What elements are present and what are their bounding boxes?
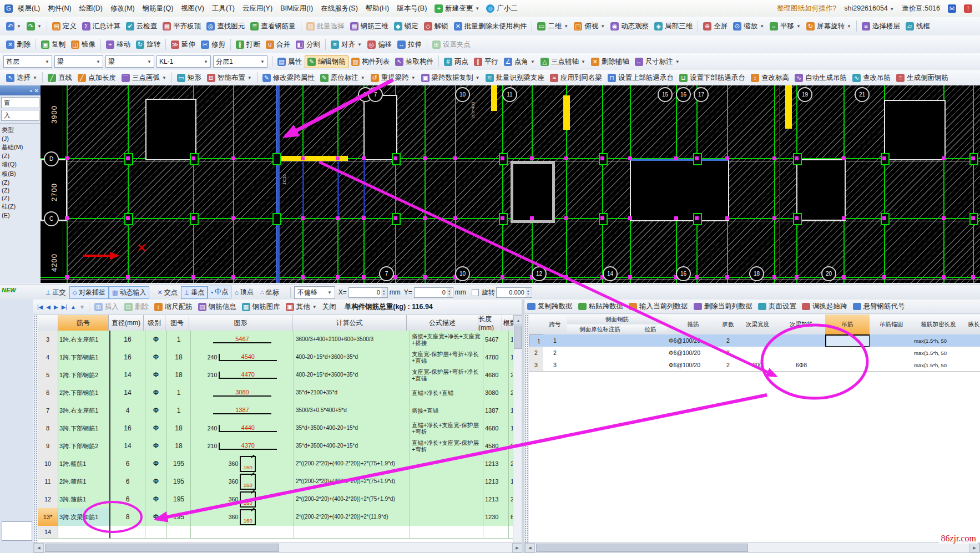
rebar-name[interactable]: 1跨.箍筋1 xyxy=(58,455,110,473)
parallel-button[interactable]: ∥平行 xyxy=(471,55,501,68)
calc-formula[interactable]: 35*d+3500+400-20+15*d xyxy=(294,419,410,438)
input-column-button[interactable]: 输入当前列数据 xyxy=(626,300,691,313)
column-header-4[interactable]: 图号 xyxy=(165,315,189,331)
category-select[interactable]: 梁▼ xyxy=(54,55,103,68)
table-row-6[interactable]: 62跨.下部钢筋114Φ1308035*d+2100+35*d直锚+净长+直锚3… xyxy=(38,384,522,402)
corner-header[interactable] xyxy=(529,314,544,335)
rebar-name[interactable] xyxy=(58,526,110,539)
shape-diagram[interactable]: 360160 xyxy=(191,508,294,526)
page-setup-button[interactable]: 页面设置 xyxy=(755,300,799,313)
shape-diagram[interactable]: 1387 xyxy=(191,402,294,420)
header-stirrup[interactable]: 箍筋 xyxy=(668,314,719,335)
diameter[interactable]: 14 xyxy=(110,366,145,384)
table-row-13*[interactable]: 13*3跨.次梁加筋18Φ1953601602*((200-2*20)+(400… xyxy=(38,508,522,526)
spinner-icon[interactable]: ▲▼ xyxy=(381,288,387,297)
layer-select[interactable]: 分层1▼ xyxy=(213,55,267,68)
diameter[interactable] xyxy=(110,526,145,539)
cell-width[interactable] xyxy=(737,347,778,359)
cell-legs[interactable]: 2 xyxy=(719,347,738,359)
rebar-name[interactable]: 3跨.箍筋1 xyxy=(58,490,110,509)
grip-button[interactable]: ⊞设置夹点 xyxy=(430,38,473,51)
sidebar-button-1[interactable]: 入 xyxy=(1,110,39,121)
scroll-left-icon[interactable]: ◀ xyxy=(525,543,535,552)
sidebar-item-3[interactable]: (Z) xyxy=(0,152,41,160)
figure-number[interactable]: 195 xyxy=(167,473,191,491)
sidebar-item-2[interactable]: 基础(M) xyxy=(0,143,41,152)
rebar-name[interactable]: 1跨.下部钢筋1 xyxy=(58,348,110,367)
cell-diaojin[interactable] xyxy=(825,334,870,347)
grade-symbol[interactable]: Φ xyxy=(145,384,167,402)
cell-extra[interactable]: 6Φ8 xyxy=(777,359,826,372)
diameter[interactable]: 4 xyxy=(110,402,145,420)
move-button[interactable]: +移动 xyxy=(103,38,133,51)
two-point-button[interactable]: #两点 xyxy=(441,55,471,68)
column-header-6[interactable]: 计算公式 xyxy=(292,315,407,331)
coord-toggle[interactable]: ∴坐标 xyxy=(257,286,282,299)
swap-span-button[interactable]: 调换起始跨 xyxy=(799,300,850,313)
rebar-info-button[interactable]: ▤钢筋信息 xyxy=(195,301,239,313)
sidebar-input-box[interactable] xyxy=(2,521,32,541)
menu-0[interactable]: 楼层(L) xyxy=(14,2,44,14)
rotate-button[interactable]: ↻旋转 xyxy=(133,38,163,51)
header-diaojin[interactable]: 吊筋 xyxy=(825,314,870,335)
sidebar-item-6[interactable]: (Z) xyxy=(0,179,41,186)
edit-rebar-button[interactable]: ✎编辑钢筋 xyxy=(305,55,348,68)
offset-dropdown[interactable]: 不偏移▼ xyxy=(294,286,335,299)
length-value[interactable]: 1213 xyxy=(483,455,509,473)
figure-number[interactable]: 1 xyxy=(167,331,191,349)
rebar-name[interactable]: 3跨.下部钢筋2 xyxy=(58,437,110,455)
column-header-2[interactable]: 直径(mm) xyxy=(109,315,144,331)
prev-record-icon[interactable]: ◀ xyxy=(44,303,52,311)
properties-button[interactable]: ▤属性 xyxy=(275,55,305,68)
delete-axis-button[interactable]: ✕删除辅轴 xyxy=(588,55,632,68)
shape-diagram[interactable]: 2404440 xyxy=(191,419,294,438)
rebar-name[interactable]: 2跨.下部钢筋1 xyxy=(58,384,110,402)
break-button[interactable]: ∦打断 xyxy=(233,38,263,51)
perp-toggle[interactable]: ⊥垂点 xyxy=(181,286,208,299)
grade-symbol[interactable]: Φ xyxy=(145,437,167,455)
length-value[interactable]: 4680 xyxy=(483,419,509,438)
last-record-icon[interactable]: ▶| xyxy=(60,303,69,311)
next-record-icon[interactable]: ▶ xyxy=(52,303,60,311)
rebar-name[interactable]: 1跨.右支座筋1 xyxy=(58,331,110,349)
formula-description[interactable] xyxy=(410,455,483,473)
component-list-button[interactable]: ▥构件列表 xyxy=(348,55,392,68)
cell-dense[interactable]: max(1.5*h, 50 xyxy=(913,334,966,347)
floor-select[interactable]: 首层▼ xyxy=(3,55,52,68)
batch-select-button[interactable]: ▥批量选择 xyxy=(304,20,347,33)
cell-lajin[interactable] xyxy=(633,334,668,347)
rotate-checkbox[interactable] xyxy=(472,289,479,296)
cell-side_note[interactable] xyxy=(567,347,634,359)
figure-number[interactable]: 18 xyxy=(167,437,191,455)
formula-description[interactable] xyxy=(410,490,483,509)
header-dense[interactable]: 箍筋加密长度 xyxy=(913,314,964,335)
wireframe-button[interactable]: ▱线框 xyxy=(903,20,933,33)
row-number[interactable]: 3 xyxy=(38,331,58,349)
split-button[interactable]: ◧分割 xyxy=(293,38,323,51)
span-table-hscrollbar[interactable]: ◀ ▶ xyxy=(524,542,980,553)
table-row-3[interactable]: 31跨.右支座筋116Φ154673600/3+400+2100+600+350… xyxy=(38,331,522,349)
sidebar-item-0[interactable]: 类型 xyxy=(0,125,41,135)
zoom-button[interactable]: ⊙缩放▼ xyxy=(730,20,767,33)
corner-header[interactable] xyxy=(38,315,58,331)
check-hanger-button[interactable]: ∿查改吊筋 xyxy=(850,72,893,84)
sidebar-item-4[interactable]: 墙(Q) xyxy=(0,160,41,169)
cell-yao[interactable] xyxy=(964,347,980,359)
header-lajin[interactable]: 拉筋 xyxy=(633,324,668,335)
figure-number[interactable]: 1 xyxy=(167,384,191,402)
header-width[interactable]: 次梁宽度 xyxy=(737,314,778,335)
batch-delete-button[interactable]: ✕批量删除未使用构件 xyxy=(451,20,530,33)
scroll-thumb[interactable] xyxy=(536,544,748,552)
batch-support-button[interactable]: ≋批量识别梁支座 xyxy=(483,72,548,84)
cell-side_note[interactable] xyxy=(567,359,634,372)
bottom-bar-cap-button[interactable]: ⊔设置下部筋遇承台 xyxy=(676,72,748,84)
move-down-icon[interactable]: ▼ xyxy=(78,303,87,311)
length-value[interactable]: 1213 xyxy=(483,490,509,509)
diameter[interactable]: 6 xyxy=(110,490,145,509)
grade-symbol[interactable]: Φ xyxy=(145,473,167,491)
figure-number[interactable]: 195 xyxy=(167,455,191,473)
length-value[interactable]: 3080 xyxy=(483,384,509,402)
length-value[interactable]: 4780 xyxy=(483,348,509,367)
shape-diagram[interactable]: 3080 xyxy=(191,384,294,402)
scroll-left-icon[interactable]: ◀ xyxy=(34,543,44,552)
